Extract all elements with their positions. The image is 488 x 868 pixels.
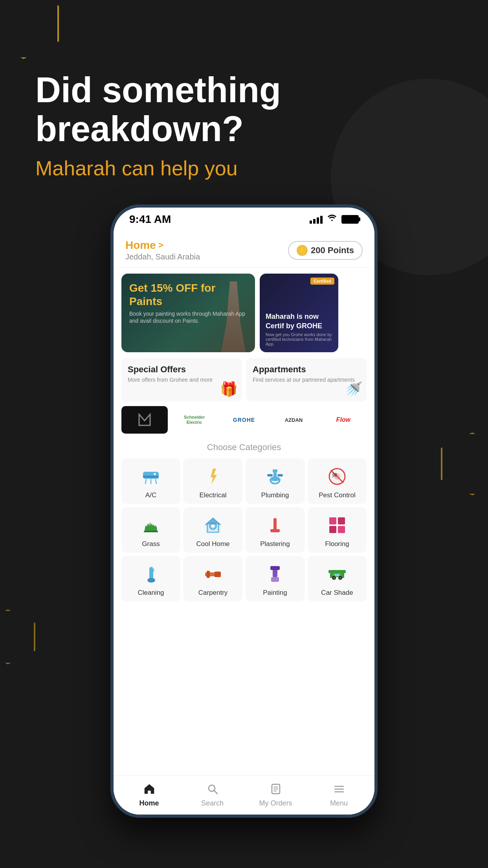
points-badge[interactable]: ⚡ 200 Points: [288, 241, 363, 260]
banner-desc-text: Book your painting works through Maharah…: [129, 310, 247, 324]
points-label: 200 Points: [311, 245, 354, 256]
category-pest[interactable]: Pest Control: [308, 458, 367, 504]
grass-label: Grass: [142, 540, 160, 548]
orders-nav-icon: [270, 783, 282, 797]
grass-icon: [140, 514, 162, 536]
apartments-sub: Find services at our partnered apartment…: [253, 376, 360, 383]
brand-grohe[interactable]: GROHE: [221, 406, 267, 434]
cleaning-label: Cleaning: [138, 589, 164, 597]
category-carpentry[interactable]: Carpentry: [183, 556, 242, 601]
special-offers-sub: More offers from Grohee and more: [128, 376, 235, 383]
flooring-label: Flooring: [325, 540, 349, 548]
svg-rect-45: [335, 574, 339, 576]
plumbing-icon: [264, 465, 286, 487]
nav-home[interactable]: Home: [117, 779, 181, 811]
special-offers-card[interactable]: Special Offers More offers from Grohee a…: [121, 358, 242, 401]
category-grass[interactable]: Grass: [121, 507, 180, 553]
svg-rect-12: [277, 474, 283, 476]
battery-icon: [341, 215, 359, 224]
svg-point-32: [154, 569, 155, 570]
svg-rect-36: [207, 571, 210, 578]
brand-m[interactable]: [121, 406, 168, 434]
svg-marker-0: [139, 414, 150, 425]
banner-grohe-text: Maharah is now Certif by GROHE: [266, 312, 332, 331]
status-time: 9:41 AM: [129, 213, 171, 226]
status-icons: [310, 214, 359, 224]
brand-flow[interactable]: Flow: [320, 406, 367, 434]
category-cool-home[interactable]: Cool Home: [183, 507, 242, 553]
banner-paints[interactable]: Get 15% OFF for Paints Book your paintin…: [121, 274, 255, 352]
svg-marker-22: [206, 518, 220, 524]
home-nav-icon: [143, 783, 156, 797]
carpentry-label: Carpentry: [198, 589, 228, 597]
location-area[interactable]: Home > Jeddah, Saudi Arabia: [125, 239, 200, 261]
banner-carousel: Get 15% OFF for Paints Book your paintin…: [114, 268, 374, 358]
search-nav-icon: [206, 783, 219, 797]
special-offers-title: Special Offers: [128, 364, 235, 375]
phone-side-button-left: [110, 286, 112, 310]
plastering-label: Plastering: [260, 540, 290, 548]
svg-rect-39: [271, 577, 279, 582]
nav-my-orders[interactable]: My Orders: [244, 779, 307, 811]
nav-search-label: Search: [201, 799, 224, 807]
svg-point-16: [334, 473, 337, 477]
apartments-card[interactable]: Appartments Find services at our partner…: [246, 358, 367, 401]
svg-rect-53: [334, 789, 344, 790]
certified-badge: Certified: [310, 278, 334, 285]
headline-section: Did something breakdown? Maharah can hel…: [35, 71, 310, 180]
svg-line-3: [145, 480, 146, 484]
banner-grohe[interactable]: Certified Maharah is now Certif by GROHE…: [260, 274, 338, 352]
svg-point-44: [339, 577, 341, 579]
nav-menu[interactable]: Menu: [307, 779, 371, 811]
carpentry-icon: [202, 563, 224, 585]
cool-home-icon: [202, 514, 224, 536]
hex-decoration-top-left: [0, 0, 59, 59]
category-painting[interactable]: Painting: [246, 556, 305, 601]
painting-label: Painting: [263, 589, 287, 597]
category-plastering[interactable]: Plastering: [246, 507, 305, 553]
phone-side-button-right: [376, 306, 378, 345]
svg-rect-38: [270, 566, 280, 570]
svg-rect-11: [267, 474, 273, 476]
ac-icon: [140, 465, 162, 487]
brand-schneider[interactable]: SchneiderElectric: [171, 406, 217, 434]
svg-point-31: [152, 567, 153, 568]
flooring-icon: [326, 514, 348, 536]
svg-rect-25: [329, 517, 336, 524]
svg-rect-35: [215, 572, 221, 577]
nav-home-label: Home: [139, 799, 159, 807]
ac-label: A/C: [145, 491, 156, 499]
cool-home-label: Cool Home: [196, 540, 229, 548]
categories-section: Choose Categories A/C: [114, 438, 374, 775]
brand-azdan[interactable]: AZDAN: [270, 406, 317, 434]
headline-subtitle: Maharah can help you: [35, 156, 310, 180]
svg-rect-2: [143, 476, 159, 478]
nav-search[interactable]: Search: [181, 779, 244, 811]
car-shade-icon: [326, 563, 348, 585]
category-car-shade[interactable]: Car Shade: [308, 556, 367, 601]
headline-title: Did something breakdown?: [35, 71, 310, 149]
svg-rect-49: [273, 787, 278, 787]
signal-icon: [310, 215, 323, 224]
category-flooring[interactable]: Flooring: [308, 507, 367, 553]
plumbing-label: Plumbing: [261, 491, 289, 499]
banner-offer-text: Get 15% OFF for Paints: [129, 281, 247, 308]
svg-rect-8: [273, 469, 277, 473]
wifi-icon: [327, 214, 337, 224]
svg-rect-54: [334, 791, 344, 793]
svg-point-30: [147, 578, 155, 583]
category-electrical[interactable]: Electrical: [183, 458, 242, 504]
hex-decoration-right: [441, 432, 488, 495]
status-bar: 9:41 AM: [114, 208, 374, 231]
location-home[interactable]: Home >: [125, 239, 200, 252]
electrical-label: Electrical: [200, 491, 227, 499]
category-plumbing[interactable]: Plumbing: [246, 458, 305, 504]
coin-icon: ⚡: [297, 245, 308, 256]
categories-title: Choose Categories: [121, 442, 367, 452]
category-cleaning[interactable]: Cleaning: [121, 556, 180, 601]
svg-point-33: [154, 571, 155, 572]
phone-mockup: 9:41 AM Home: [110, 204, 378, 818]
svg-point-10: [270, 476, 280, 481]
offers-row: Special Offers More offers from Grohee a…: [121, 358, 367, 401]
category-ac[interactable]: A/C: [121, 458, 180, 504]
